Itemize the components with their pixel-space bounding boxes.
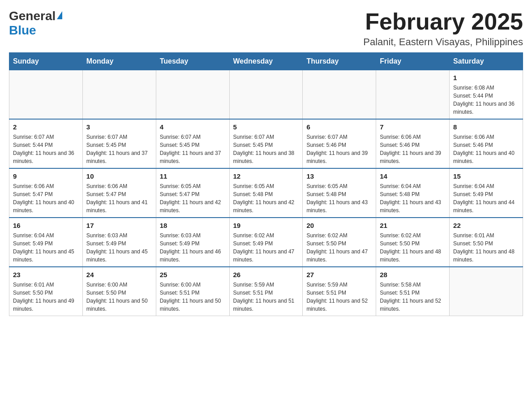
- logo-general-text: General: [9, 9, 56, 23]
- calendar-cell-w5-d1: 23Sunrise: 6:01 AMSunset: 5:50 PMDayligh…: [9, 267, 83, 316]
- day-number: 8: [453, 122, 519, 132]
- calendar-cell-w1-d1: [9, 70, 83, 120]
- calendar-header-row: Sunday Monday Tuesday Wednesday Thursday…: [9, 53, 523, 70]
- calendar-cell-w2-d4: 5Sunrise: 6:07 AMSunset: 5:45 PMDaylight…: [229, 119, 303, 168]
- calendar-cell-w3-d3: 11Sunrise: 6:05 AMSunset: 5:47 PMDayligh…: [156, 168, 229, 218]
- day-info: Sunrise: 5:59 AMSunset: 5:51 PMDaylight:…: [306, 281, 372, 313]
- day-number: 19: [233, 221, 299, 230]
- col-monday: Monday: [82, 53, 156, 70]
- day-number: 11: [160, 171, 226, 181]
- calendar-cell-w3-d6: 14Sunrise: 6:04 AMSunset: 5:48 PMDayligh…: [376, 168, 450, 218]
- day-number: 20: [306, 221, 372, 230]
- day-number: 12: [233, 171, 299, 181]
- calendar-cell-w2-d5: 6Sunrise: 6:07 AMSunset: 5:46 PMDaylight…: [303, 119, 376, 168]
- col-tuesday: Tuesday: [156, 53, 229, 70]
- calendar-cell-w3-d2: 10Sunrise: 6:06 AMSunset: 5:47 PMDayligh…: [82, 168, 156, 218]
- day-number: 21: [380, 221, 446, 230]
- day-number: 14: [380, 171, 446, 181]
- calendar-cell-w5-d2: 24Sunrise: 6:00 AMSunset: 5:50 PMDayligh…: [82, 267, 156, 316]
- calendar-cell-w2-d2: 3Sunrise: 6:07 AMSunset: 5:45 PMDaylight…: [82, 119, 156, 168]
- day-number: 18: [160, 221, 226, 230]
- day-info: Sunrise: 6:05 AMSunset: 5:48 PMDaylight:…: [306, 182, 372, 214]
- calendar-cell-w4-d4: 19Sunrise: 6:02 AMSunset: 5:49 PMDayligh…: [229, 218, 303, 267]
- day-info: Sunrise: 5:59 AMSunset: 5:51 PMDaylight:…: [233, 281, 299, 313]
- day-info: Sunrise: 6:02 AMSunset: 5:50 PMDaylight:…: [306, 231, 372, 264]
- calendar-cell-w5-d3: 25Sunrise: 6:00 AMSunset: 5:51 PMDayligh…: [156, 267, 229, 316]
- calendar-cell-w3-d4: 12Sunrise: 6:05 AMSunset: 5:48 PMDayligh…: [229, 168, 303, 218]
- day-number: 26: [233, 270, 299, 279]
- logo-triangle-icon: [57, 11, 62, 19]
- day-number: 7: [380, 122, 446, 132]
- calendar-cell-w5-d4: 26Sunrise: 5:59 AMSunset: 5:51 PMDayligh…: [229, 267, 303, 316]
- day-info: Sunrise: 6:01 AMSunset: 5:50 PMDaylight:…: [453, 231, 519, 264]
- day-number: 4: [160, 122, 226, 132]
- calendar-cell-w3-d7: 15Sunrise: 6:04 AMSunset: 5:49 PMDayligh…: [450, 168, 523, 218]
- calendar-cell-w1-d3: [156, 70, 229, 120]
- logo-blue-text: Blue: [9, 23, 36, 38]
- day-info: Sunrise: 6:07 AMSunset: 5:44 PMDaylight:…: [13, 133, 79, 165]
- calendar-cell-w4-d6: 21Sunrise: 6:02 AMSunset: 5:50 PMDayligh…: [376, 218, 450, 267]
- col-thursday: Thursday: [303, 53, 376, 70]
- calendar-cell-w5-d7: [450, 267, 523, 316]
- calendar-week-2: 2Sunrise: 6:07 AMSunset: 5:44 PMDaylight…: [9, 119, 523, 168]
- day-info: Sunrise: 6:02 AMSunset: 5:50 PMDaylight:…: [380, 231, 446, 264]
- calendar-cell-w1-d6: [376, 70, 450, 120]
- day-number: 2: [13, 122, 79, 132]
- calendar-cell-w1-d2: [82, 70, 156, 120]
- day-info: Sunrise: 6:07 AMSunset: 5:45 PMDaylight:…: [233, 133, 299, 165]
- calendar-cell-w4-d1: 16Sunrise: 6:04 AMSunset: 5:49 PMDayligh…: [9, 218, 83, 267]
- day-info: Sunrise: 6:05 AMSunset: 5:47 PMDaylight:…: [160, 182, 226, 214]
- calendar-cell-w3-d5: 13Sunrise: 6:05 AMSunset: 5:48 PMDayligh…: [303, 168, 376, 218]
- day-info: Sunrise: 5:58 AMSunset: 5:51 PMDaylight:…: [380, 281, 446, 313]
- day-number: 27: [306, 270, 372, 279]
- day-info: Sunrise: 6:07 AMSunset: 5:45 PMDaylight:…: [86, 133, 152, 165]
- day-info: Sunrise: 6:03 AMSunset: 5:49 PMDaylight:…: [160, 231, 226, 264]
- day-number: 25: [160, 270, 226, 279]
- day-number: 5: [233, 122, 299, 132]
- calendar-cell-w1-d4: [229, 70, 303, 120]
- col-wednesday: Wednesday: [229, 53, 303, 70]
- calendar-cell-w5-d6: 28Sunrise: 5:58 AMSunset: 5:51 PMDayligh…: [376, 267, 450, 316]
- day-info: Sunrise: 6:01 AMSunset: 5:50 PMDaylight:…: [13, 281, 79, 313]
- col-sunday: Sunday: [9, 53, 83, 70]
- day-info: Sunrise: 6:05 AMSunset: 5:48 PMDaylight:…: [233, 182, 299, 214]
- day-info: Sunrise: 6:04 AMSunset: 5:49 PMDaylight:…: [13, 231, 79, 264]
- calendar-week-1: 1Sunrise: 6:08 AMSunset: 5:44 PMDaylight…: [9, 70, 523, 120]
- day-number: 6: [306, 122, 372, 132]
- calendar-week-4: 16Sunrise: 6:04 AMSunset: 5:49 PMDayligh…: [9, 218, 523, 267]
- calendar-cell-w4-d2: 17Sunrise: 6:03 AMSunset: 5:49 PMDayligh…: [82, 218, 156, 267]
- calendar-week-3: 9Sunrise: 6:06 AMSunset: 5:47 PMDaylight…: [9, 168, 523, 218]
- col-friday: Friday: [376, 53, 450, 70]
- calendar-cell-w1-d5: [303, 70, 376, 120]
- logo: General Blue: [9, 9, 62, 38]
- day-number: 22: [453, 221, 519, 230]
- calendar-cell-w4-d5: 20Sunrise: 6:02 AMSunset: 5:50 PMDayligh…: [303, 218, 376, 267]
- calendar-cell-w3-d1: 9Sunrise: 6:06 AMSunset: 5:47 PMDaylight…: [9, 168, 83, 218]
- day-info: Sunrise: 6:04 AMSunset: 5:49 PMDaylight:…: [453, 182, 519, 214]
- day-number: 3: [86, 122, 152, 132]
- location-subtitle: Palanit, Eastern Visayas, Philippines: [363, 36, 523, 48]
- day-info: Sunrise: 6:06 AMSunset: 5:46 PMDaylight:…: [453, 133, 519, 165]
- calendar-cell-w2-d1: 2Sunrise: 6:07 AMSunset: 5:44 PMDaylight…: [9, 119, 83, 168]
- day-number: 23: [13, 270, 79, 279]
- day-number: 9: [13, 171, 79, 181]
- day-info: Sunrise: 6:08 AMSunset: 5:44 PMDaylight:…: [453, 84, 519, 116]
- day-info: Sunrise: 6:07 AMSunset: 5:46 PMDaylight:…: [306, 133, 372, 165]
- day-info: Sunrise: 6:06 AMSunset: 5:46 PMDaylight:…: [380, 133, 446, 165]
- day-number: 28: [380, 270, 446, 279]
- page-header: General Blue February 2025 Palanit, East…: [9, 9, 523, 48]
- calendar-cell-w2-d3: 4Sunrise: 6:07 AMSunset: 5:45 PMDaylight…: [156, 119, 229, 168]
- calendar-cell-w4-d7: 22Sunrise: 6:01 AMSunset: 5:50 PMDayligh…: [450, 218, 523, 267]
- calendar-cell-w2-d6: 7Sunrise: 6:06 AMSunset: 5:46 PMDaylight…: [376, 119, 450, 168]
- day-info: Sunrise: 6:00 AMSunset: 5:50 PMDaylight:…: [86, 281, 152, 313]
- day-info: Sunrise: 6:06 AMSunset: 5:47 PMDaylight:…: [86, 182, 152, 214]
- day-number: 24: [86, 270, 152, 279]
- calendar-cell-w5-d5: 27Sunrise: 5:59 AMSunset: 5:51 PMDayligh…: [303, 267, 376, 316]
- day-number: 15: [453, 171, 519, 181]
- col-saturday: Saturday: [450, 53, 523, 70]
- calendar-table: Sunday Monday Tuesday Wednesday Thursday…: [9, 52, 523, 316]
- day-number: 17: [86, 221, 152, 230]
- month-title: February 2025: [363, 9, 523, 34]
- day-info: Sunrise: 6:02 AMSunset: 5:49 PMDaylight:…: [233, 231, 299, 264]
- day-info: Sunrise: 6:03 AMSunset: 5:49 PMDaylight:…: [86, 231, 152, 264]
